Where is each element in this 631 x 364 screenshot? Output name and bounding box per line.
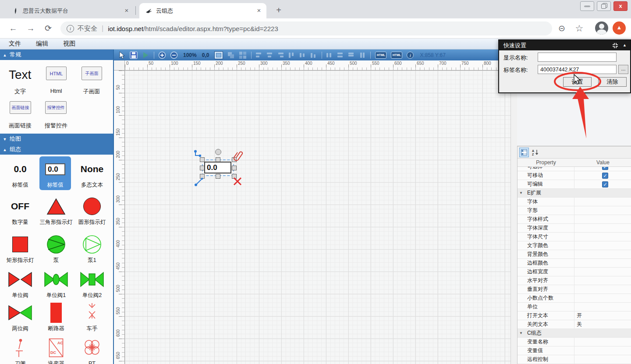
checkbox-checked-icon[interactable]: ✓	[602, 173, 608, 179]
same-width-icon[interactable]	[326, 52, 333, 58]
checkbox-checked-icon[interactable]: ✓	[602, 167, 608, 170]
property-row[interactable]: 可编辑✓	[518, 180, 631, 189]
address-bar[interactable]: i 不安全 | iot.idosp.net /html/scada/editor…	[60, 21, 552, 35]
screen-link-widget-preview[interactable]: 画面链接	[10, 101, 31, 114]
property-row[interactable]: 字体尺寸	[518, 233, 631, 241]
property-row[interactable]: 背景颜色	[518, 250, 631, 259]
property-row[interactable]: 单位	[518, 303, 631, 311]
tag-name-input[interactable]	[538, 65, 617, 74]
property-row[interactable]: 文字颜色	[518, 241, 631, 250]
property-row[interactable]: 可选择✓	[518, 167, 631, 171]
group-icon[interactable]	[227, 51, 235, 59]
new-tab-button[interactable]: +	[273, 4, 285, 17]
zoom-out-page-icon[interactable]: ⊝	[556, 22, 568, 35]
align-middle-icon[interactable]	[299, 52, 306, 58]
page-info-icon[interactable]: i	[67, 25, 74, 32]
palette-item-valve1[interactable]: 单位阀1	[39, 269, 74, 299]
palette-item-triangle-light[interactable]: 三角形指示灯	[39, 196, 74, 226]
bookmark-star-icon[interactable]: ☆	[573, 22, 585, 35]
palette-item-digital[interactable]: OFF 数字量	[3, 196, 38, 226]
property-value[interactable]: ✓	[574, 167, 631, 170]
tab-close-icon[interactable]: ×	[255, 7, 263, 15]
palette-item-valve[interactable]: 单位阀	[3, 269, 38, 299]
resize-handle-s[interactable]	[216, 174, 220, 179]
property-value[interactable]: 开	[574, 312, 631, 319]
align-right-icon[interactable]	[277, 52, 284, 58]
distribute-v-icon[interactable]	[358, 52, 366, 58]
property-row[interactable]: 变量值	[518, 346, 631, 355]
property-row[interactable]: 字体	[518, 198, 631, 206]
palette-item-inverter[interactable]: ACDC 逆变器	[39, 338, 74, 364]
save-icon[interactable]	[130, 51, 138, 59]
canvas-vertical-scrollbar[interactable]	[510, 60, 517, 364]
subscreen-widget-preview[interactable]: 子画面	[82, 67, 102, 80]
property-row[interactable]: 关闭文本关	[518, 320, 631, 329]
property-row[interactable]: 水平对齐	[518, 276, 631, 285]
run-icon[interactable]	[142, 51, 149, 59]
resize-handle-e[interactable]	[232, 166, 237, 170]
menu-file[interactable]: 文件	[3, 40, 27, 48]
zoom-in-icon[interactable]	[158, 51, 166, 59]
delete-x-icon[interactable]	[233, 177, 242, 186]
palette-item-tagvalue-boxed-selected[interactable]: 0.0 标签值	[39, 156, 71, 190]
property-row[interactable]: 字形	[518, 206, 631, 215]
connector-link-icon[interactable]	[194, 150, 202, 158]
property-value[interactable]: 关	[574, 321, 631, 328]
property-row[interactable]: 字体样式	[518, 215, 631, 224]
html-widget-preview[interactable]: HTML	[46, 67, 67, 80]
forward-icon[interactable]: →	[25, 22, 37, 35]
menu-view[interactable]: 视图	[57, 40, 82, 48]
palette-item-multistate-text[interactable]: None 多态文本	[74, 159, 110, 188]
palette-item-valve2[interactable]: 单位阀2	[74, 269, 110, 299]
tag-value-widget[interactable]: 0.0	[204, 162, 231, 173]
text-widget-preview[interactable]: Text	[9, 68, 31, 82]
rotate-handle[interactable]	[215, 149, 221, 155]
distribute-h-icon[interactable]	[347, 52, 355, 58]
design-canvas[interactable]: 0.0	[125, 71, 510, 364]
property-row[interactable]: 打开文本开	[518, 311, 631, 320]
align-left-icon[interactable]	[255, 52, 262, 58]
menu-edit[interactable]: 编辑	[30, 40, 54, 48]
back-icon[interactable]: ←	[7, 22, 19, 35]
profile-avatar[interactable]	[595, 21, 608, 35]
html-export-icon[interactable]: HTML	[375, 52, 386, 59]
palette-item-circle-light[interactable]: 圆形指示灯	[74, 196, 110, 226]
canvas-view-toggle[interactable]	[214, 51, 223, 59]
tab-dashboard[interactable]: 思普云大数据平台 ×	[6, 3, 134, 18]
browser-update-icon[interactable]	[613, 21, 626, 35]
align-top-icon[interactable]	[288, 52, 295, 58]
restore-button[interactable]	[597, 1, 611, 11]
palette-item-breaker[interactable]: 断路器	[39, 303, 74, 332]
html-preview-icon[interactable]: HTML	[391, 52, 402, 59]
property-value[interactable]: ✓	[574, 181, 631, 187]
info-icon[interactable]: i	[407, 52, 414, 59]
alarm-widget-preview[interactable]: 报警控件	[45, 101, 67, 114]
minimize-button[interactable]	[580, 1, 594, 11]
zoom-out-icon[interactable]	[170, 51, 178, 59]
section-header-drawing[interactable]: ▼绘图	[0, 134, 113, 144]
property-value[interactable]: ✓	[574, 173, 631, 179]
property-row[interactable]: 远程控制	[518, 355, 631, 364]
palette-item-knife-switch[interactable]: 刀闸	[3, 338, 38, 364]
checkbox-checked-icon[interactable]: ✓	[602, 181, 608, 187]
tab-scada-editor[interactable]: 云组态 ×	[139, 3, 266, 18]
browse-tag-button[interactable]: ...	[618, 65, 628, 74]
palette-item-handcart[interactable]: 车手	[74, 303, 110, 332]
set-button[interactable]: 设置	[563, 77, 592, 87]
property-row[interactable]: 边框颜色	[518, 259, 631, 268]
ungroup-icon[interactable]	[239, 51, 247, 59]
clear-button[interactable]: 清除	[598, 77, 627, 87]
palette-item-rect-light[interactable]: 矩形指示灯	[3, 234, 38, 264]
close-button[interactable]: x	[613, 1, 627, 11]
section-header-general[interactable]: ▲常规	[0, 49, 113, 60]
property-row[interactable]: 边框宽度	[518, 268, 631, 276]
palette-item-twoway-valve[interactable]: 两位阀	[3, 303, 38, 332]
align-bottom-icon[interactable]	[310, 52, 317, 58]
palette-item-tagvalue[interactable]: 0.0 标签值	[3, 159, 38, 188]
dock-panel-icon[interactable]	[612, 42, 618, 49]
property-row[interactable]: 变量名称	[518, 338, 631, 346]
property-row[interactable]: 字体深度	[518, 224, 631, 233]
quick-settings-header[interactable]: 快速设置 ▲	[499, 40, 630, 50]
connector-line-icon[interactable]	[194, 177, 204, 187]
palette-item-pump[interactable]: 泵	[39, 234, 74, 264]
